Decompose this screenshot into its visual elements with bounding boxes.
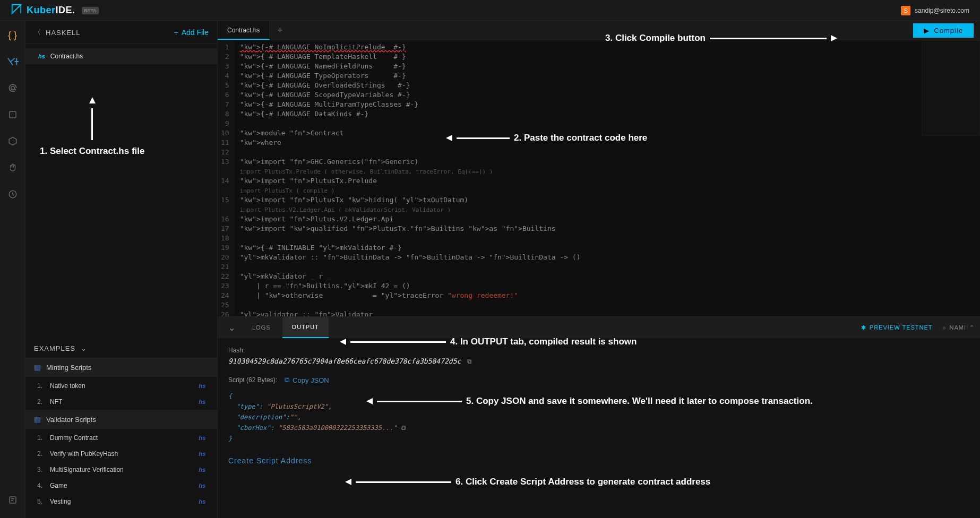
add-file-button[interactable]: + Add File: [174, 28, 209, 37]
example-item[interactable]: 4.Gamehs: [25, 478, 217, 494]
minting-section[interactable]: ▦ Minting Scripts: [25, 358, 217, 377]
script-icon: ▦: [34, 415, 41, 424]
file-list: hs Contract.hs: [25, 44, 217, 68]
book-icon[interactable]: [5, 107, 20, 122]
plus-icon: +: [174, 28, 178, 37]
code-content[interactable]: "kw">{-# LANGUAGE NoImplicitPrelude #-}"…: [235, 40, 980, 316]
copy-json-label: Copy JSON: [293, 376, 329, 384]
tab-label: Contract.hs: [227, 27, 260, 34]
icon-sidebar: { }: [0, 21, 25, 518]
json-output: { "type": "PlutusScriptV2", "description…: [228, 391, 969, 444]
tab-add-button[interactable]: +: [270, 25, 290, 36]
svg-point-0: [11, 87, 14, 90]
validator-section[interactable]: ▦ Validator Scripts: [25, 410, 217, 429]
example-item[interactable]: 2.Verify with PubKeyHashhs: [25, 446, 217, 462]
braces-icon[interactable]: { }: [5, 28, 20, 42]
line-gutter: 1234567891011121314151617181920212223242…: [218, 40, 235, 316]
user-avatar: S: [901, 6, 910, 15]
copy-hash-icon[interactable]: ⧉: [467, 358, 472, 365]
minting-title: Minting Scripts: [46, 364, 91, 372]
output-tab[interactable]: OUTPUT: [282, 317, 329, 338]
copy-cbor-icon[interactable]: ⧉: [401, 424, 406, 431]
script-label: Script (62 Bytes):: [228, 376, 277, 384]
copy-icon: ⧉: [285, 376, 289, 384]
minimap[interactable]: [922, 40, 980, 136]
add-file-label: Add File: [182, 28, 209, 37]
compile-button[interactable]: ▶ Compile: [913, 23, 974, 38]
logo[interactable]: KuberIDE. BETA: [11, 3, 99, 18]
breadcrumb[interactable]: 〈 HASKELL: [34, 28, 81, 37]
output-body: Hash: 910304529c8da276765c7904af8e66ceaf…: [218, 338, 980, 518]
copy-json-button[interactable]: ⧉ Copy JSON: [285, 376, 329, 384]
user-email: sandip@sireto.com: [915, 7, 969, 14]
editor-area: Contract.hs + ▶ Compile 1234567891011121…: [218, 21, 980, 518]
lambda-icon[interactable]: [5, 54, 20, 69]
code-editor[interactable]: 1234567891011121314151617181920212223242…: [218, 40, 980, 316]
network-selector[interactable]: ✱ PREVIEW TESTNET: [861, 324, 933, 331]
beta-badge: BETA: [82, 7, 99, 14]
wallet-icon: ⟐: [942, 324, 947, 331]
breadcrumb-label: HASKELL: [46, 29, 81, 37]
user-area[interactable]: S sandip@sireto.com: [901, 6, 969, 15]
chevron-down-icon: ⌄: [81, 344, 87, 352]
script-icon: ▦: [34, 363, 41, 372]
hand-icon[interactable]: [5, 160, 20, 175]
chevron-up-icon: ⌃: [969, 324, 975, 331]
example-item[interactable]: 1.Native tokenhs: [25, 378, 217, 394]
logs-tab[interactable]: LOGS: [243, 317, 280, 338]
top-bar: KuberIDE. BETA S sandip@sireto.com: [0, 0, 980, 21]
file-name: Contract.hs: [50, 53, 83, 60]
play-icon: ▶: [924, 27, 930, 34]
example-item[interactable]: 2.NFThs: [25, 394, 217, 410]
collapse-icon[interactable]: ⌄: [223, 323, 240, 333]
note-icon[interactable]: [5, 493, 20, 507]
at-icon[interactable]: [5, 81, 20, 96]
network-icon: ✱: [861, 324, 866, 331]
example-item[interactable]: 1.Dummy Contracths: [25, 430, 217, 446]
create-script-address-button[interactable]: Create Script Address: [228, 456, 969, 465]
hs-badge: hs: [38, 53, 45, 59]
examples-header[interactable]: EXAMPLES ⌄: [25, 339, 217, 358]
output-panel: ⌄ LOGS OUTPUT ✱ PREVIEW TESTNET ⟐ NAMI ⌃: [218, 316, 980, 518]
chevron-left-icon: 〈: [34, 28, 41, 37]
examples-title: EXAMPLES: [34, 344, 75, 352]
example-item[interactable]: 5.Vestinghs: [25, 494, 217, 510]
logo-icon: [11, 3, 22, 18]
compile-label: Compile: [934, 27, 963, 34]
validator-title: Validator Scripts: [46, 416, 96, 424]
logo-text: KuberIDE.: [27, 5, 75, 16]
tab-contract[interactable]: Contract.hs: [218, 21, 270, 40]
wallet-selector[interactable]: ⟐ NAMI ⌃: [942, 324, 975, 331]
hash-value: 910304529c8da276765c7904af8e66ceafc678de…: [228, 357, 461, 365]
examples-panel: EXAMPLES ⌄ ▦ Minting Scripts 1.Native to…: [25, 334, 217, 518]
file-sidebar: 〈 HASKELL + Add File hs Contract.hs EXAM…: [25, 21, 218, 518]
example-item[interactable]: 3.MultiSignature Verificationhs: [25, 462, 217, 478]
hex-icon[interactable]: [5, 134, 20, 149]
file-item-contract[interactable]: hs Contract.hs: [25, 48, 217, 64]
hash-label: Hash:: [228, 347, 969, 354]
network-label: PREVIEW TESTNET: [870, 324, 933, 331]
sidebar-header: 〈 HASKELL + Add File: [25, 21, 217, 44]
clock-icon[interactable]: [5, 187, 20, 202]
output-tabs: ⌄ LOGS OUTPUT ✱ PREVIEW TESTNET ⟐ NAMI ⌃: [218, 317, 980, 338]
tab-bar: Contract.hs + ▶ Compile: [218, 21, 980, 40]
wallet-label: NAMI: [950, 324, 967, 331]
